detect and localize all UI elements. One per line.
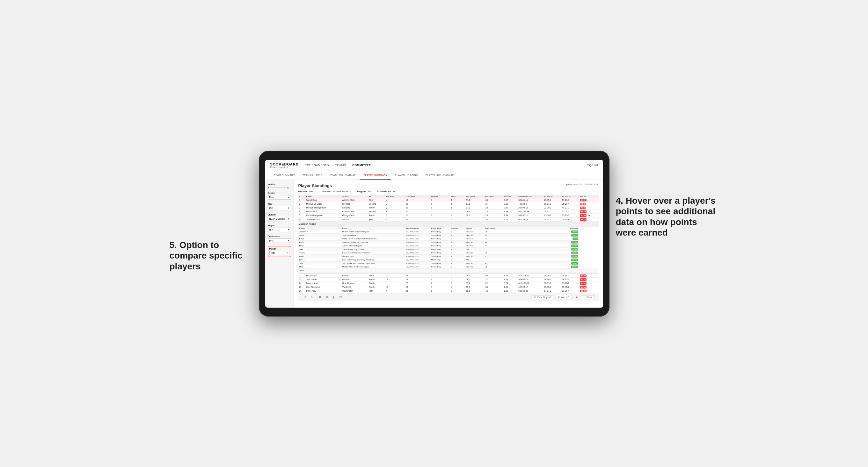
cell-player[interactable]: Ian Gilligan <box>305 274 341 277</box>
cell-points[interactable]: 60.89 ◀ <box>579 213 598 217</box>
annotation-right: 4. Hover over a player's points to see a… <box>616 195 718 238</box>
points-badge[interactable]: 88.27 <box>580 199 587 201</box>
cell-vs-top50: 57-23-0 <box>561 198 579 202</box>
view-original-button[interactable]: 👁 View: Original <box>532 295 553 299</box>
points-badge[interactable]: 60.89 <box>580 214 587 217</box>
cell-points[interactable]: 88.27 <box>579 198 598 202</box>
points-badge[interactable]: 58.18 <box>580 218 587 221</box>
col-avg-to-par: Avg to-Par <box>484 195 503 198</box>
table-row: 2 Michael La Sasso Ole Miss Second 1 18 … <box>298 202 599 206</box>
table-row: 4 Luke Claton Florida State Second 5 27 … <box>298 210 599 213</box>
sidebar-gender-dropdown[interactable]: Men ▾ <box>268 195 291 199</box>
sidebar-range-slider[interactable] <box>270 187 286 188</box>
sidebar-year-dropdown[interactable]: (All) ▾ <box>268 206 291 210</box>
cell-no-rds: 1 <box>430 285 450 289</box>
cell-school: Washington <box>341 289 368 292</box>
cell-player[interactable]: Michael Thorbjornsen <box>305 206 341 210</box>
cell-points[interactable]: 60.68 <box>579 274 598 277</box>
cell-rank: 5 <box>298 213 305 217</box>
sidebar-player-dropdown[interactable]: (All) ▾ <box>269 251 289 255</box>
sidebar-player-section: Player (All) ▾ <box>268 246 291 257</box>
event-wpoints[interactable]: 30.64 <box>517 230 579 234</box>
cell-player[interactable]: Petr Hruby <box>305 289 341 292</box>
points-badge[interactable]: 58.49 <box>580 290 587 292</box>
points-badge[interactable]: 60.95 <box>580 286 587 288</box>
cell-vs-top25: 24-31-5 <box>543 210 561 213</box>
cell-player[interactable]: Jack Lundin <box>305 277 341 281</box>
cell-points[interactable]: 60.95 <box>579 285 598 289</box>
cell-vs-top25: 14-20-1 <box>543 277 561 281</box>
event-rounds: 3 <box>450 230 465 234</box>
logo-subtitle: Powered by clippi <box>270 166 299 168</box>
cell-points[interactable]: 60.27 <box>579 277 598 281</box>
nav-item-teams[interactable]: TEAMS <box>335 163 346 167</box>
event-division: NCAA Division I <box>404 230 430 234</box>
cell-rank: 24 <box>298 281 305 285</box>
cell-wins: 0 <box>450 285 465 289</box>
toolbar-clock[interactable]: ⏱ <box>338 295 343 299</box>
cell-school: Arizona State <box>341 198 368 202</box>
cell-player[interactable]: Wenyi Ding <box>305 198 341 202</box>
sidebar-division-dropdown[interactable]: NCAA Division I ▾ <box>268 217 291 221</box>
page-title: Player Standings <box>298 183 396 188</box>
watch-label: Watch <box>561 296 567 299</box>
cell-vs-top50: 61-20-3 <box>561 213 579 217</box>
sub-nav-team-summary[interactable]: TEAM SUMMARY <box>270 172 299 180</box>
cell-player[interactable]: Bastien Amat <box>305 281 341 285</box>
sidebar-year-chevron: ▾ <box>288 207 289 210</box>
sidebar-region-dropdown[interactable]: N/A ▾ <box>268 227 291 232</box>
nav-item-committee[interactable]: COMMITTEE <box>352 163 371 167</box>
cell-points[interactable]: 58.49 <box>579 289 598 292</box>
sub-nav-player-h2h-heatmap[interactable]: PLAYER H2H HEATMAP <box>422 172 458 180</box>
cell-wins: 2 <box>450 217 465 221</box>
points-badge[interactable]: 68.34 <box>580 210 587 213</box>
sub-nav-team-h2h-grid[interactable]: TEAM H2H GRID <box>299 172 327 180</box>
toolbar-download[interactable]: ⬇ <box>575 295 580 299</box>
cell-wins: 0 <box>450 289 465 292</box>
view-label: View: Original <box>537 296 551 299</box>
cell-conf-rank: 23 <box>404 289 430 292</box>
points-badge[interactable]: 70.2 <box>580 207 586 209</box>
cell-wins: 2 <box>450 213 465 217</box>
toolbar-settings[interactable]: ⚙ <box>317 295 322 299</box>
cell-points[interactable]: 60.02 <box>579 281 598 285</box>
cell-player[interactable]: Christo Lamprecht <box>305 213 341 217</box>
cell-conf-rank: 27 <box>404 210 430 213</box>
points-badge[interactable]: 60.68 <box>580 275 587 277</box>
cell-points[interactable]: 68.34 <box>579 210 598 213</box>
cell-rank: 26 <box>298 289 305 292</box>
watch-button[interactable]: 👁 Watch ▾ <box>556 295 572 299</box>
sub-nav-player-summary[interactable]: PLAYER SUMMARY <box>360 172 391 180</box>
toolbar-copy[interactable]: ⧉ <box>325 295 330 300</box>
cell-player[interactable]: Luke Claton <box>305 210 341 213</box>
cell-overall: 616-168-12 <box>517 281 543 285</box>
cell-points[interactable]: 70.2 <box>579 206 598 210</box>
sidebar-conference-dropdown[interactable]: (All) ▾ <box>268 239 291 243</box>
cell-player[interactable]: Michael La Sasso <box>305 202 341 206</box>
points-badge[interactable]: 60.02 <box>580 282 587 285</box>
hover-arrow-indicator: ◀ <box>588 214 590 216</box>
center-area: Player Standings Gender: Men Division: N… <box>294 180 603 308</box>
event-table-row: Brent Wake Forest Invitational at Pinehu… <box>298 237 599 240</box>
sidebar-year-label: Year <box>268 203 291 205</box>
cell-points[interactable]: 76.3 <box>579 202 598 206</box>
watch-icon: 👁 <box>558 296 560 299</box>
sub-nav-player-h2h-grid[interactable]: PLAYER H2H GRID <box>391 172 422 180</box>
points-badge[interactable]: 76.3 <box>580 203 586 205</box>
event-col-rounds: Rounds <box>450 226 465 230</box>
cell-rank: 22 <box>298 274 305 277</box>
toolbar-redo[interactable]: ↪ <box>310 295 315 299</box>
cell-no-rds: 1 <box>430 217 450 221</box>
cell-points[interactable]: 58.18 <box>579 217 598 221</box>
cell-player[interactable]: Cole Sherwood <box>305 285 341 289</box>
sub-nav-team-h2h-heatmap[interactable]: TEAM H2H HEATMAP <box>326 172 360 180</box>
cell-yr: Third <box>368 274 385 277</box>
sign-out-button[interactable]: Sign out <box>587 163 598 167</box>
sidebar-conference-section: Conference (All) ▾ <box>268 235 291 243</box>
nav-item-tournaments[interactable]: TOURNAMENTS <box>305 163 329 167</box>
points-badge[interactable]: 60.27 <box>580 278 587 281</box>
toolbar-undo[interactable]: ↩ <box>302 295 307 299</box>
cell-school: Stanford <box>341 206 368 210</box>
share-button[interactable]: ⤴ Share <box>582 295 595 299</box>
cell-player[interactable]: Jackson Koirun <box>305 217 341 221</box>
